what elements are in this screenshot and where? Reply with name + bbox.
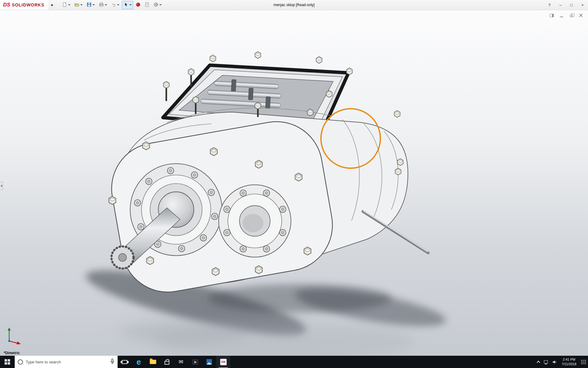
- chevron-up-icon: [537, 361, 540, 364]
- options-gear-icon: [153, 2, 158, 8]
- minimize-document-icon: [560, 17, 563, 17]
- featuremanager-collapse-tab[interactable]: [0, 182, 3, 190]
- rebuild-button[interactable]: [134, 1, 142, 9]
- new-document-button[interactable]: [61, 1, 72, 9]
- dock-pane-button[interactable]: [549, 13, 554, 18]
- edge-icon: e: [137, 358, 141, 366]
- select-cursor-icon: [123, 2, 128, 8]
- tray-date: 7/11/2018: [562, 362, 576, 366]
- start-button[interactable]: [0, 356, 15, 368]
- minimize-button[interactable]: –: [555, 0, 566, 10]
- titlebar: DS SOLIDWORKS ▶: [0, 0, 588, 10]
- dropdown-caret[interactable]: [117, 4, 119, 6]
- dropdown-caret[interactable]: [92, 4, 95, 6]
- graphics-area[interactable]: *Dimetric: [0, 10, 588, 356]
- film-tv-button[interactable]: [188, 356, 202, 368]
- solidworks-window: DS SOLIDWORKS ▶: [0, 0, 588, 368]
- dropdown-caret[interactable]: [68, 4, 70, 6]
- store-button[interactable]: [160, 356, 174, 368]
- edge-button[interactable]: e: [132, 356, 146, 368]
- microphone-icon[interactable]: [110, 358, 115, 365]
- help-button[interactable]: ?: [544, 0, 555, 10]
- task-view-icon: [122, 360, 127, 364]
- gearbox-model: [0, 10, 588, 356]
- mail-button[interactable]: ✉: [174, 356, 188, 368]
- store-icon: [164, 361, 169, 365]
- quick-access-toolbar: [61, 1, 163, 9]
- right-bearing-boss: [219, 185, 291, 257]
- photos-icon: [206, 359, 212, 365]
- window-controls: ? – □ ×: [544, 0, 588, 10]
- close-button[interactable]: ×: [577, 0, 588, 10]
- solidworks-logo: DS SOLIDWORKS: [0, 0, 49, 10]
- close-document-button[interactable]: [578, 13, 584, 18]
- new-document-icon: [62, 2, 67, 8]
- taskbar-apps: e ✉ SW: [118, 356, 230, 368]
- system-tray: 2:41 PM 7/11/2018: [535, 356, 588, 368]
- rebuild-red-icon: [136, 2, 141, 8]
- save-button[interactable]: [85, 1, 96, 9]
- volume-icon: [552, 360, 557, 364]
- restore-document-icon: [570, 15, 573, 17]
- taskbar-clock[interactable]: 2:41 PM 7/11/2018: [559, 357, 579, 366]
- undo-button[interactable]: [110, 1, 121, 9]
- dropdown-caret[interactable]: [159, 4, 162, 6]
- cortana-icon: [18, 359, 23, 365]
- solidworks-taskbar-button[interactable]: SW: [216, 356, 230, 368]
- dropdown-caret[interactable]: [129, 4, 132, 6]
- windows-logo-icon: [5, 359, 10, 365]
- close-document-icon: [579, 13, 583, 17]
- undo-arrow-icon: [111, 2, 116, 8]
- action-center-button[interactable]: [579, 356, 588, 368]
- task-view-button[interactable]: [118, 356, 132, 368]
- printer-icon: [99, 2, 104, 8]
- open-button[interactable]: [73, 1, 84, 9]
- print-button[interactable]: [97, 1, 109, 9]
- tray-time: 2:41 PM: [562, 357, 576, 362]
- file-properties-button[interactable]: [143, 1, 151, 9]
- splined-shaft-end: [111, 247, 134, 269]
- network-button[interactable]: [542, 356, 550, 368]
- windows-taskbar: e ✉ SW 2:41 PM 7/11/2018: [0, 356, 588, 368]
- dropdown-caret[interactable]: [80, 4, 83, 6]
- menu-expand-arrow[interactable]: ▶: [49, 0, 56, 10]
- maximize-button[interactable]: □: [566, 0, 577, 10]
- document-title: menjac sklop [Read-only]: [273, 0, 315, 10]
- hidden-icons-chevron[interactable]: [535, 356, 542, 368]
- volume-button[interactable]: [550, 356, 559, 368]
- dropdown-caret[interactable]: [105, 4, 107, 6]
- file-explorer-icon: [150, 360, 156, 364]
- restore-document-button[interactable]: [568, 13, 574, 18]
- file-explorer-button[interactable]: [146, 356, 160, 368]
- document-window-controls: [549, 13, 584, 18]
- select-tool-button[interactable]: [122, 1, 133, 9]
- orientation-triad: [5, 326, 24, 345]
- minimize-document-button[interactable]: [559, 13, 564, 18]
- collapse-arrow-icon: [1, 185, 2, 187]
- file-properties-icon: [145, 2, 149, 8]
- view-orientation-label: *Dimetric: [4, 351, 20, 355]
- ds-logo-icon: DS: [3, 2, 10, 8]
- taskbar-search[interactable]: [15, 356, 118, 368]
- save-floppy-icon: [87, 2, 92, 8]
- network-icon: [544, 360, 548, 363]
- open-folder-icon: [74, 2, 79, 8]
- film-tv-icon: [192, 359, 198, 365]
- search-input[interactable]: [26, 360, 107, 364]
- action-center-icon: [581, 360, 586, 364]
- photos-button[interactable]: [202, 356, 216, 368]
- mail-icon: ✉: [179, 359, 183, 365]
- dock-pane-icon: [550, 14, 554, 17]
- options-button[interactable]: [152, 1, 163, 9]
- solidworks-logo-text: SOLIDWORKS: [12, 2, 44, 7]
- solidworks-app-icon: SW: [220, 359, 227, 365]
